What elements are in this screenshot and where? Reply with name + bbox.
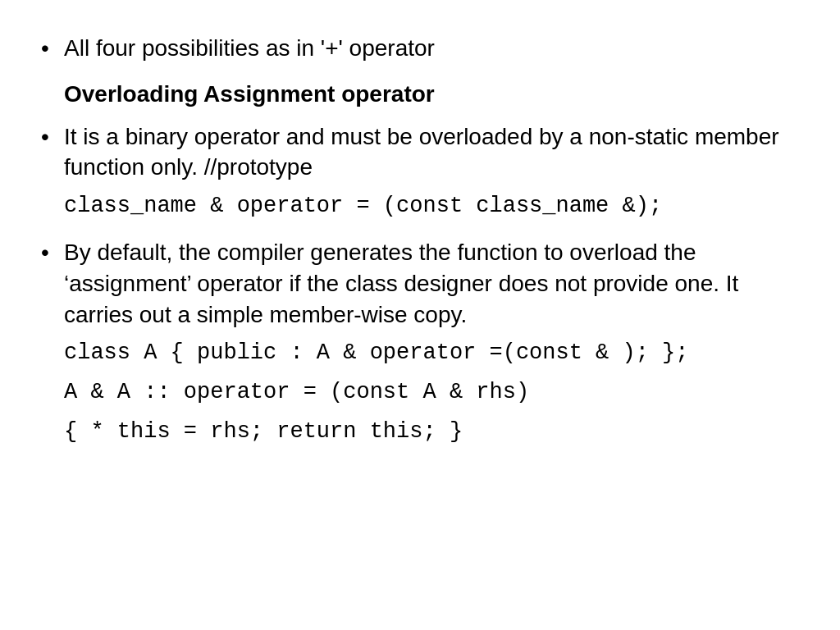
list-item-1-text: All four possibilities as in '+' operato… bbox=[64, 35, 435, 61]
main-list: • All four possibilities as in '+' opera… bbox=[41, 33, 799, 448]
section-heading: Overloading Assignment operator bbox=[64, 79, 799, 110]
list-item-3: • By default, the compiler generates the… bbox=[41, 237, 799, 448]
list-heading-1: Overloading Assignment operator bbox=[41, 79, 799, 110]
list-item-2: • It is a binary operator and must be ov… bbox=[41, 121, 799, 222]
bullet-2: • bbox=[41, 121, 64, 153]
list-item-3-text: By default, the compiler generates the f… bbox=[64, 240, 738, 327]
list-item-3-code-1: class A { public : A & operator =(const … bbox=[64, 338, 799, 369]
list-item-2-text: It is a binary operator and must be over… bbox=[64, 124, 779, 180]
list-item-2-code: class_name & operator = (const class_nam… bbox=[64, 191, 799, 222]
slide-content: • All four possibilities as in '+' opera… bbox=[41, 33, 799, 448]
list-item-1: • All four possibilities as in '+' opera… bbox=[41, 33, 799, 64]
list-item-2-content: It is a binary operator and must be over… bbox=[64, 121, 799, 222]
list-item-3-code-3: { * this = rhs; return this; } bbox=[64, 417, 799, 448]
list-item-3-content: By default, the compiler generates the f… bbox=[64, 237, 799, 448]
list-item-1-content: All four possibilities as in '+' operato… bbox=[64, 33, 799, 64]
bullet-1: • bbox=[41, 33, 64, 64]
bullet-3: • bbox=[41, 237, 64, 268]
list-item-3-code-2: A & A :: operator = (const A & rhs) bbox=[64, 377, 799, 409]
